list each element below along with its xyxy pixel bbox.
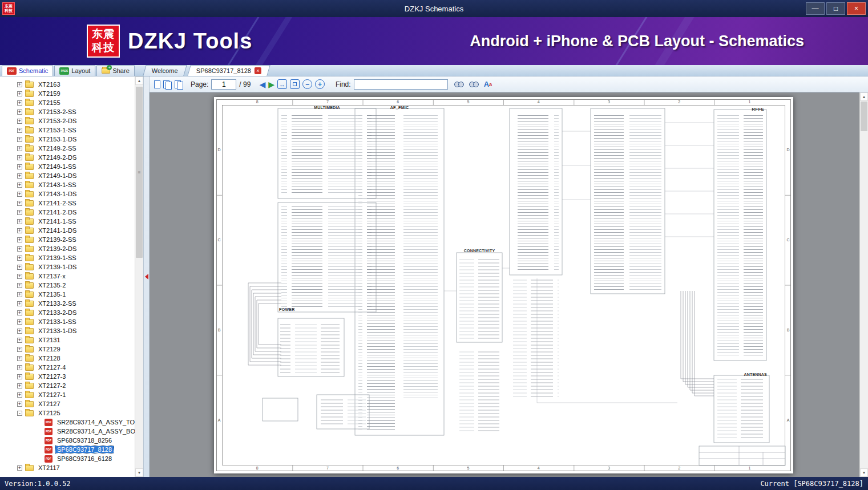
tree-item[interactable]: + XT2117	[0, 463, 135, 472]
expander-icon[interactable]: +	[17, 201, 22, 206]
expander-icon[interactable]: +	[17, 292, 22, 297]
doc-tab-welcome[interactable]: Welcome	[143, 65, 187, 76]
expander-icon[interactable]: +	[17, 164, 22, 169]
continuous-pages-view-icon[interactable]	[175, 79, 183, 90]
maximize-button[interactable]: □	[826, 2, 845, 15]
tree-item[interactable]: + XT2149-1-DS	[0, 171, 135, 180]
tree-item[interactable]: + XT2153-2-DS	[0, 116, 135, 125]
tree-item[interactable]: + XT2139-1-DS	[0, 262, 135, 272]
expander-icon[interactable]: +	[17, 392, 22, 398]
expander-icon[interactable]: +	[17, 183, 22, 188]
tree-item[interactable]: + XT2133-2-SS	[0, 299, 135, 308]
expander-icon[interactable]: +	[17, 119, 22, 124]
expander-icon[interactable]: +	[17, 265, 22, 270]
single-page-view-icon[interactable]	[154, 80, 160, 88]
expander-icon[interactable]: +	[17, 128, 22, 133]
expander-icon[interactable]: +	[17, 237, 22, 242]
scroll-up-icon[interactable]: ▲	[135, 76, 143, 85]
tree-item[interactable]: + XT2141-1-SS	[0, 217, 135, 226]
tree-item[interactable]: PDF SP68C93716_6128	[0, 454, 135, 463]
tree-item[interactable]: + XT2135-2	[0, 281, 135, 290]
tree-item[interactable]: + XT2127	[0, 399, 135, 408]
expander-icon[interactable]: +	[17, 219, 22, 224]
expander-icon[interactable]: +	[17, 365, 22, 370]
expander-icon[interactable]: +	[17, 100, 22, 106]
tree-item[interactable]: + XT2141-1-DS	[0, 226, 135, 235]
tree-item[interactable]: + XT2159	[0, 89, 135, 98]
viewer-scrollbar[interactable]: ▲ ▼	[859, 92, 868, 477]
tree-item[interactable]: + XT2141-2-DS	[0, 208, 135, 217]
expander-icon[interactable]: +	[17, 319, 22, 325]
expander-icon[interactable]: +	[17, 347, 22, 352]
tree-item[interactable]: + XT2163	[0, 80, 135, 89]
app-logo-icon[interactable]: 东震 科技	[2, 2, 15, 15]
tree-item[interactable]: + XT2127-4	[0, 363, 135, 372]
sidebar-splitter[interactable]	[144, 76, 150, 477]
next-page-icon[interactable]: ▶	[268, 80, 274, 89]
expander-icon[interactable]: +	[17, 137, 22, 142]
expander-icon[interactable]: +	[17, 310, 22, 315]
tree-item[interactable]: - XT2125	[0, 408, 135, 418]
fit-width-icon[interactable]: ↔	[277, 79, 287, 89]
expander-icon[interactable]: -	[17, 411, 22, 416]
scroll-down-icon[interactable]: ▼	[135, 468, 143, 477]
tree-item[interactable]: PDF SP68C93718_8256	[0, 436, 135, 445]
tree-item[interactable]: + XT2153-2-SS	[0, 107, 135, 116]
previous-page-icon[interactable]: ◀	[259, 80, 265, 89]
scroll-up-icon[interactable]: ▲	[860, 92, 868, 101]
expander-icon[interactable]: +	[17, 301, 22, 306]
expander-icon[interactable]: +	[17, 228, 22, 233]
tree-item[interactable]: + XT2137-x	[0, 272, 135, 281]
tab-schematic[interactable]: PDF Schematic	[2, 65, 53, 76]
expander-icon[interactable]: +	[17, 283, 22, 288]
tree-item[interactable]: PDF SR28C93714_A_ASSY_BOTTOM	[0, 427, 135, 436]
expander-icon[interactable]: +	[17, 192, 22, 197]
expander-icon[interactable]: +	[17, 82, 22, 87]
expander-icon[interactable]: +	[17, 110, 22, 115]
tree-item[interactable]: + XT2133-1-DS	[0, 326, 135, 335]
find-input[interactable]	[354, 79, 448, 90]
tree-item[interactable]: + XT2133-1-SS	[0, 317, 135, 326]
expander-icon[interactable]: +	[17, 91, 22, 96]
tree-item[interactable]: + XT2155	[0, 98, 135, 107]
expander-icon[interactable]: +	[17, 146, 22, 151]
expander-icon[interactable]: +	[17, 338, 22, 343]
page-number-input[interactable]	[211, 79, 236, 90]
tree-item[interactable]: + XT2131	[0, 335, 135, 345]
tree-item[interactable]: + XT2128	[0, 354, 135, 363]
expander-icon[interactable]: +	[17, 402, 22, 407]
tree-item[interactable]: + XT2129	[0, 345, 135, 354]
doc-tab-current[interactable]: SP68C93717_8128 ×	[188, 65, 271, 76]
facing-pages-view-icon[interactable]	[163, 79, 172, 90]
scrollbar-thumb[interactable]	[861, 102, 867, 131]
close-button[interactable]: ×	[847, 2, 866, 15]
tree-item[interactable]: PDF SR28C93714_A_ASSY_TOP	[0, 418, 135, 427]
expander-icon[interactable]: +	[17, 356, 22, 361]
expander-icon[interactable]: +	[17, 465, 22, 471]
tree-item[interactable]: + XT2127-3	[0, 372, 135, 381]
expander-icon[interactable]: +	[17, 256, 22, 261]
expander-icon[interactable]: +	[17, 246, 22, 252]
expander-icon[interactable]: +	[17, 155, 22, 160]
tree-item[interactable]: + XT2143-1-SS	[0, 180, 135, 189]
find-previous-icon[interactable]	[451, 82, 463, 87]
tree-item[interactable]: + XT2143-1-DS	[0, 189, 135, 199]
tree-item[interactable]: PDF SP68C93717_8128	[0, 445, 135, 454]
close-tab-icon[interactable]: ×	[255, 67, 261, 74]
scroll-down-icon[interactable]: ▼	[860, 468, 868, 477]
tree-item[interactable]: + XT2149-2-DS	[0, 153, 135, 162]
text-size-icon[interactable]: Aa	[484, 80, 492, 88]
collapse-sidebar-icon[interactable]	[145, 274, 148, 280]
tree-item[interactable]: + XT2153-1-SS	[0, 125, 135, 135]
expander-icon[interactable]: +	[17, 374, 22, 379]
tree-item[interactable]: + XT2139-2-DS	[0, 244, 135, 253]
fit-page-icon[interactable]	[290, 79, 300, 89]
scrollbar-thumb[interactable]: ≡	[136, 87, 143, 258]
tree-item[interactable]: + XT2139-1-SS	[0, 253, 135, 262]
expander-icon[interactable]: +	[17, 383, 22, 388]
tree-item[interactable]: + XT2135-1	[0, 290, 135, 299]
expander-icon[interactable]: +	[17, 274, 22, 279]
zoom-in-icon[interactable]: +	[315, 79, 325, 89]
expander-icon[interactable]: +	[17, 173, 22, 179]
tree-item[interactable]: + XT2149-2-SS	[0, 144, 135, 153]
